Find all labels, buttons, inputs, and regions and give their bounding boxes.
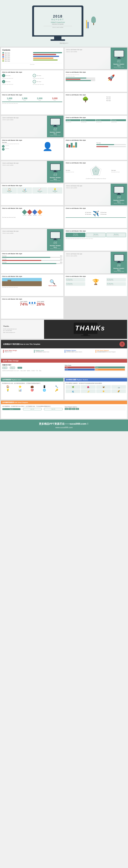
cover-report: REPORT <box>52 19 64 21</box>
guide-header-bg: 全面精品PPT制作流程 How to Use This Template f <box>1 340 127 348</box>
cover-subtitle: Click to add subtitle <box>52 27 63 28</box>
text-s3d: Text here text here text <box>33 84 62 85</box>
dot-1 <box>2 52 4 54</box>
cover-year: 2018 <box>53 14 63 19</box>
s15-title: Click to edit Master title style <box>2 208 62 209</box>
slide-section-01: Click to edit Master title style Click t… <box>64 48 127 69</box>
prog-label2: Text here <box>2 258 7 260</box>
guide-3-desc: 如何替换矢量图 Replace Vectors <box>66 351 94 353</box>
bottom-banner: 更多精品PPT资源尽在——sucai999.com！ www.sucai999.… <box>0 420 128 431</box>
quick-header: Quick Slides Design <box>1 359 127 363</box>
contents-item-5: Item here <box>2 60 31 62</box>
pb3-fill <box>66 80 91 81</box>
monitor-02 <box>50 118 60 125</box>
item-label-1: Item here <box>5 52 10 54</box>
person-silhouette: 👤 <box>42 142 53 151</box>
s9-head: Text here <box>2 142 32 143</box>
slide-person: Click to edit Master title style Text he… <box>1 138 64 160</box>
master-title-01: Click to edit Master title style <box>66 49 109 50</box>
sd-opt4: 树形 <box>76 408 79 410</box>
sb3: Item 03 <box>44 408 63 410</box>
s3-title: Click to edit Master title style <box>2 71 62 73</box>
replace-header: 如何替换图标 Replace Icons <box>1 378 63 381</box>
box-num3: 3,000 <box>33 192 46 193</box>
section-num-03: 03 <box>49 173 62 177</box>
tl-text: Text here text here text here text <box>2 103 62 104</box>
thanks-text: THANKs <box>75 324 96 332</box>
section-num-01: 01 <box>112 59 126 63</box>
ri4: 📱 <box>39 385 50 388</box>
d2 <box>27 210 32 215</box>
nb1-text: Text here <box>5 145 9 146</box>
subtitle-05: Click to add subtitle <box>2 232 45 234</box>
slide-section-06: Click to edit Master title style Click t… <box>64 252 127 274</box>
s23-title: Click to edit Master title style <box>2 298 62 300</box>
monitor-screen: 2018 REPORT iSlide® PowerPoint standard … <box>34 7 82 35</box>
section-num-05: 05 <box>49 241 62 245</box>
cover-monitor: 2018 REPORT iSlide® PowerPoint standard … <box>32 5 84 37</box>
ta2: Text area <box>6 81 10 82</box>
slide-rocket: Click to edit Master title style Text he… <box>64 70 127 92</box>
building-img <box>2 278 42 286</box>
cover-brand: iSlide® PowerPoint <box>51 22 65 23</box>
s19-pb3-fill <box>2 263 56 264</box>
banner-url: www.sucai999.com <box>3 426 125 429</box>
d4 <box>37 210 42 215</box>
rocket-icon: 🚀 <box>96 74 126 81</box>
slide-city: Click to edit Master title style Text he… <box>1 274 64 296</box>
guide-3-title: Replace Vectors <box>66 350 94 351</box>
prog-label3: Text here <box>2 261 7 263</box>
slide-progress: Click to edit Master title style Text he… <box>1 252 64 274</box>
ta1: Text area <box>6 75 10 76</box>
s12-d2: Description text here <box>111 172 126 173</box>
spb2-fill <box>96 146 108 147</box>
section-title-04: Section Header Here <box>112 203 126 204</box>
smart-header: 如何编辑智能图表 Edit Smart Diagram <box>1 401 127 404</box>
ri2: ⭐ <box>14 385 26 388</box>
tree-text2: Text here <box>106 98 126 99</box>
dl1: Text here <box>23 215 27 216</box>
toc-bar-3 <box>33 56 59 57</box>
smart-title: 如何编辑智能图表 Edit Smart Diagram <box>2 401 126 403</box>
tree-icon: 🌳 <box>82 96 89 102</box>
s23-num1: 74% <box>20 302 28 306</box>
bar2 <box>69 145 70 148</box>
cover-section: 2018 REPORT iSlide® PowerPoint standard … <box>0 0 128 46</box>
box-num2: 2,000 <box>18 192 31 193</box>
tb2: Text here <box>81 119 96 121</box>
monitor-05 <box>50 231 60 239</box>
quick-sub: 快速幻灯片设计 <box>2 364 63 366</box>
monitor-06 <box>114 254 124 261</box>
section-subtitle-01: Number Header Here <box>112 63 126 67</box>
year2: 1,500 <box>22 97 27 100</box>
s16-t4: 04 Text here <box>101 214 106 215</box>
s4-text: Text here text here text hereText here t… <box>66 74 95 77</box>
master-title-02: Click to edit Master title style <box>2 117 45 118</box>
monitor-03 <box>50 163 60 170</box>
trophy-icon: 🏆 <box>86 279 105 285</box>
trophy-d3: Description text <box>107 280 125 281</box>
master-title-03: Click to edit Master title style <box>2 162 45 164</box>
spb1-fill <box>96 144 114 145</box>
pb1 <box>66 78 95 79</box>
s6-title: Click to edit Master title style <box>66 94 126 96</box>
prog-val2: 65% <box>60 258 62 260</box>
vect1: 🌿 <box>66 385 80 389</box>
vectors-header: 如何替换矢量图 Replace Vectors <box>65 378 127 381</box>
vect3: 🦋 <box>96 385 111 389</box>
replace-desc: 双击图标组合进入内部，选中需要替换的图标后，打开图标库选择图标替换即可。 <box>2 382 62 384</box>
smart-diagram-visual: Item 01 → Item 02 → Item 03 <box>2 408 63 410</box>
year1-label: 2014 <box>7 100 12 101</box>
section-num-06: 06 <box>112 264 126 268</box>
item-label-4: Item here <box>5 58 10 60</box>
slide-network: Click to edit Master title style Text he… <box>64 161 127 183</box>
social-fb: f <box>119 341 125 347</box>
section-subtitle-02: Number Header Here <box>49 131 62 135</box>
slide-section-03: Click to edit Master title style Click t… <box>1 161 64 183</box>
replace-title: 如何替换图标 Replace Icons <box>2 379 62 381</box>
s19-pb2 <box>2 260 62 261</box>
guide-1-desc: 快速幻灯片设计 <box>5 351 33 353</box>
s22-title: Click to edit Master title style <box>66 276 126 277</box>
islide-btn4: 图标库 <box>95 369 125 371</box>
dl2: Text here <box>28 215 32 216</box>
